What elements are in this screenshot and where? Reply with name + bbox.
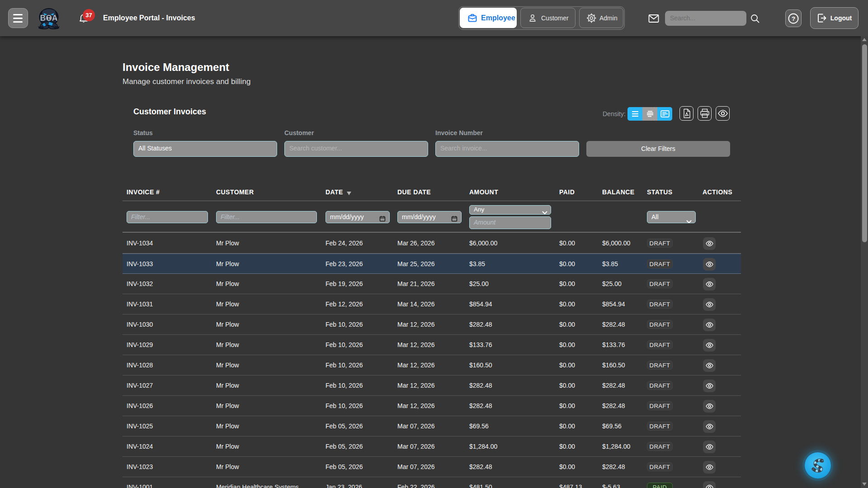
svg-text:BOA: BOA xyxy=(40,14,58,23)
svg-text:?: ? xyxy=(792,15,795,22)
